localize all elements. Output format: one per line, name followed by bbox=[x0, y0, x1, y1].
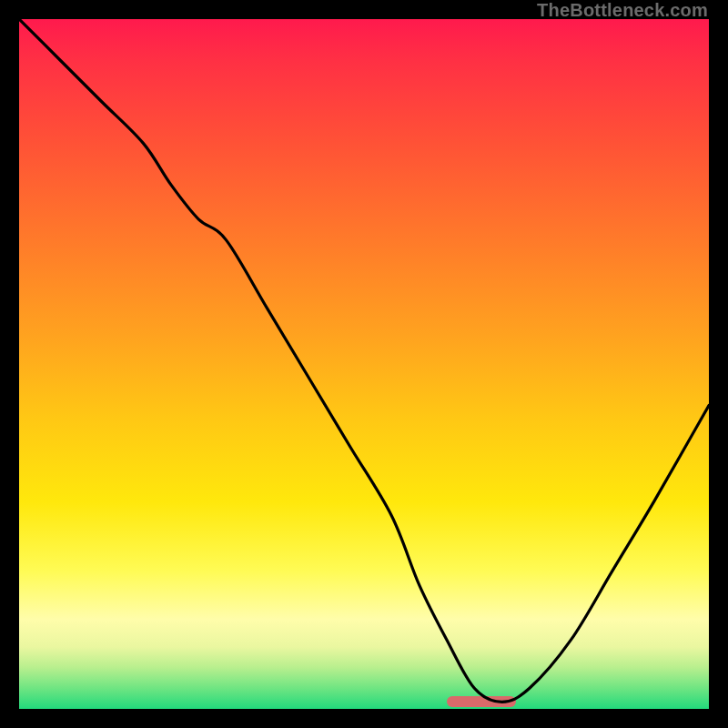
chart-frame: TheBottleneck.com bbox=[0, 0, 728, 728]
curve-path bbox=[19, 19, 709, 702]
bottleneck-curve bbox=[19, 19, 709, 709]
plot-area bbox=[19, 19, 709, 709]
watermark-text: TheBottleneck.com bbox=[537, 0, 708, 21]
